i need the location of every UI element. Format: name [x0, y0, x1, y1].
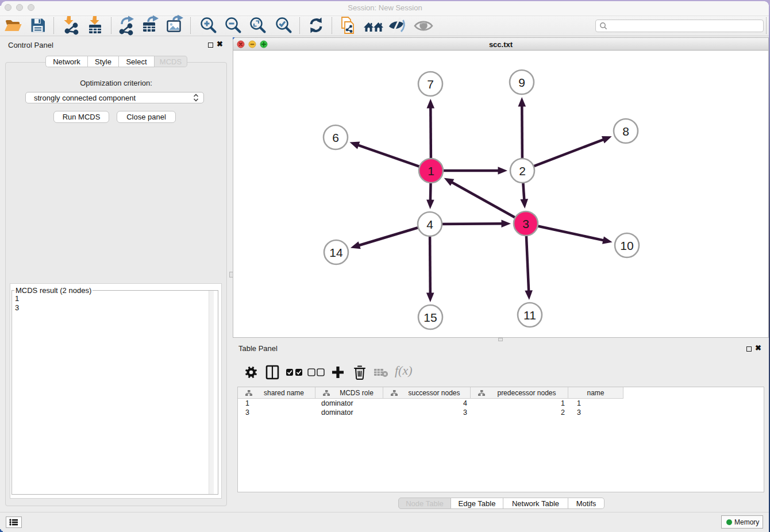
- svg-text:9: 9: [518, 76, 525, 89]
- svg-text:1: 1: [428, 164, 434, 178]
- svg-text:3: 3: [522, 217, 529, 230]
- svg-text:14: 14: [329, 246, 343, 259]
- svg-text:11: 11: [523, 309, 536, 322]
- svg-text:6: 6: [332, 131, 339, 144]
- svg-text:8: 8: [622, 125, 629, 138]
- svg-text:15: 15: [424, 311, 437, 324]
- svg-text:10: 10: [620, 239, 633, 252]
- svg-text:2: 2: [519, 164, 526, 178]
- svg-text:4: 4: [426, 218, 433, 231]
- svg-text:7: 7: [427, 78, 434, 91]
